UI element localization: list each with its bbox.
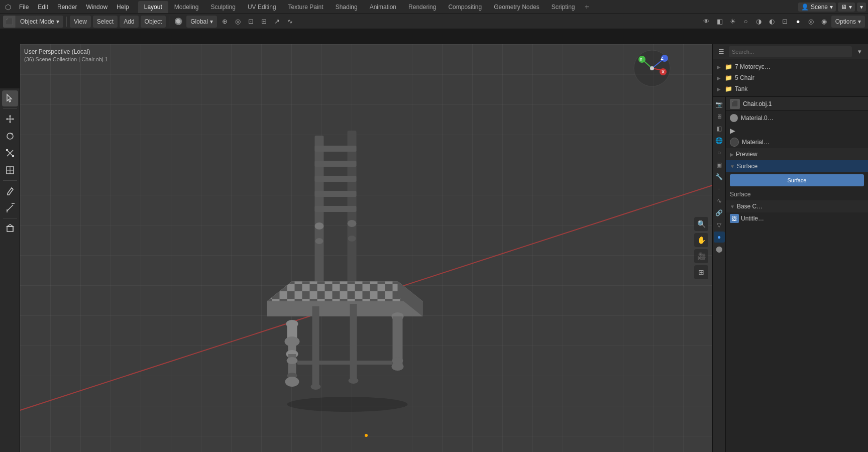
snap-magnet-icon[interactable]: ⊡	[245, 16, 257, 28]
svg-line-15	[7, 205, 13, 211]
overlay-icon-5[interactable]: ◑	[753, 16, 765, 28]
surface-collapse-header[interactable]: ▼ Surface	[726, 160, 868, 172]
options-label: Options	[835, 18, 856, 25]
texture-props-icon[interactable]: ⬤	[714, 244, 725, 255]
proportional-icon[interactable]: ◎	[232, 16, 244, 28]
tab-texture-paint[interactable]: Texture Paint	[282, 1, 330, 13]
scene-props-icon[interactable]: 🌐	[714, 135, 725, 146]
material-actions-row: ▶	[726, 125, 868, 136]
object-mode-button[interactable]: Object Mode ▾	[16, 16, 63, 28]
view-layer-props-icon[interactable]: ◧	[714, 123, 725, 134]
svg-text:Y: Y	[639, 57, 642, 62]
tab-sculpting[interactable]: Sculpting	[205, 1, 242, 13]
tab-animation[interactable]: Animation	[364, 1, 402, 13]
viewport-grid-icon[interactable]: ⊞	[694, 265, 708, 279]
viewport-hand-icon[interactable]: ✋	[694, 233, 708, 247]
add-cube-tool[interactable]	[2, 220, 18, 237]
overlay-icon-2[interactable]: ◧	[714, 16, 726, 28]
select-button[interactable]: Select	[93, 16, 118, 28]
tab-shading[interactable]: Shading	[330, 1, 364, 13]
output-props-icon[interactable]: 🖥	[714, 111, 725, 122]
tree-item-chair[interactable]: ▶ 📁 5 Chair	[713, 72, 868, 83]
tab-geometry-nodes[interactable]: Geometry Nodes	[488, 1, 546, 13]
pivot-icon[interactable]: ⊕	[219, 16, 231, 28]
material-props-icon[interactable]: ●	[714, 232, 725, 243]
tab-scripting[interactable]: Scripting	[546, 1, 581, 13]
options-button[interactable]: Options ▾	[831, 16, 865, 28]
object-name-row: ⬛ Chair.obj.1	[726, 97, 868, 111]
shading-wire-icon[interactable]: ⊡	[779, 16, 791, 28]
overlay-icon-6[interactable]: ◐	[766, 16, 778, 28]
viewport-selector[interactable]: 🖥 ▾	[838, 3, 855, 12]
viewport-camera-icon[interactable]: 🎥	[694, 249, 708, 263]
physics-props-icon[interactable]: ∿	[714, 195, 725, 206]
add-workspace-button[interactable]: +	[581, 1, 593, 13]
shading-material-icon[interactable]: ◎	[805, 16, 817, 28]
tab-uv-editing[interactable]: UV Editing	[242, 1, 282, 13]
constraints-props-icon[interactable]: 🔗	[714, 207, 725, 218]
wave-icon[interactable]: ∿	[284, 16, 296, 28]
modifier-props-icon[interactable]: 🔧	[714, 171, 725, 182]
viewport-search-icon[interactable]: 🔍	[694, 217, 708, 231]
cursor-tool[interactable]	[2, 90, 18, 106]
nav-gizmo[interactable]: Z Y X	[632, 48, 672, 88]
particles-props-icon[interactable]: ·	[714, 183, 725, 194]
mode-selector[interactable]: ⬛ Object Mode ▾	[3, 16, 63, 28]
svg-rect-43	[315, 191, 357, 197]
measure-tool[interactable]	[2, 200, 18, 216]
engine-selector[interactable]: ▾	[857, 3, 866, 12]
menu-window[interactable]: Window	[82, 1, 112, 13]
surface-button[interactable]: Surface	[730, 174, 864, 186]
scale-tool[interactable]	[2, 145, 18, 161]
material-sphere-icon	[730, 138, 739, 147]
snap-icon[interactable]: 🔘	[172, 16, 184, 28]
object-button[interactable]: Object	[141, 16, 166, 28]
overlay-icon-4[interactable]: ○	[740, 16, 752, 28]
overlay-icon-3[interactable]: ☀	[727, 16, 739, 28]
render-props-icon[interactable]: 📷	[714, 99, 725, 110]
panel-filter-icon[interactable]: ▾	[854, 46, 865, 57]
move-tool[interactable]	[2, 111, 18, 127]
rotate-tool[interactable]	[2, 128, 18, 144]
menu-help[interactable]: Help	[113, 1, 133, 13]
menu-edit[interactable]: Edit	[34, 1, 52, 13]
view-button[interactable]: View	[70, 16, 91, 28]
data-props-icon[interactable]: ▽	[714, 219, 725, 231]
tree-arrow-2: ▶	[717, 75, 723, 81]
base-color-collapse[interactable]: ▼ Base C…	[726, 200, 868, 212]
tab-rendering[interactable]: Rendering	[402, 1, 442, 13]
add-button[interactable]: Add	[120, 16, 138, 28]
shading-solid-icon[interactable]: ●	[792, 16, 804, 28]
tree-item-motorcyc[interactable]: ▶ 📁 7 Motorcyc…	[713, 61, 868, 72]
options-dropdown-icon: ▾	[858, 18, 861, 25]
scene-selector[interactable]: 👤 Scene ▾	[798, 3, 836, 12]
tab-modeling[interactable]: Modeling	[168, 1, 205, 13]
shading-render-icon[interactable]: ◉	[818, 16, 830, 28]
viewport[interactable]: User Perspective (Local) (36) Scene Coll…	[20, 44, 712, 452]
object-props-icon[interactable]: ▣	[714, 159, 725, 170]
viewport-icon: 🖥	[841, 4, 847, 11]
panel-menu-icon[interactable]: ☰	[716, 46, 727, 57]
svg-point-62	[349, 378, 359, 384]
extra-icon[interactable]: ↗	[271, 16, 283, 28]
transform-button[interactable]: Global ▾	[186, 16, 217, 28]
preview-label: Preview	[736, 151, 757, 158]
material-list-item[interactable]: Material.0…	[726, 111, 868, 125]
transform-tool[interactable]	[2, 162, 18, 178]
preview-collapse-header[interactable]: ▶ Preview	[726, 148, 868, 160]
tab-compositing[interactable]: Compositing	[442, 1, 488, 13]
panel-search-input[interactable]	[729, 46, 852, 57]
menu-render[interactable]: Render	[53, 1, 81, 13]
svg-rect-10	[12, 155, 14, 157]
world-props-icon[interactable]: ○	[714, 147, 725, 158]
overlay-icon-1[interactable]: 👁	[701, 16, 713, 28]
engine-dropdown-icon: ▾	[860, 4, 863, 11]
annotate-tool[interactable]	[2, 183, 18, 199]
tree-item-tank[interactable]: ▶ 📁 Tank	[713, 83, 868, 94]
tab-layout[interactable]: Layout	[138, 1, 168, 13]
menu-file[interactable]: File	[15, 1, 33, 13]
viewport-dropdown-icon: ▾	[849, 4, 852, 11]
material-play-icon[interactable]: ▶	[730, 127, 735, 135]
mirror-icon[interactable]: ⊞	[258, 16, 270, 28]
tree-label-2: 5 Chair	[735, 74, 864, 81]
